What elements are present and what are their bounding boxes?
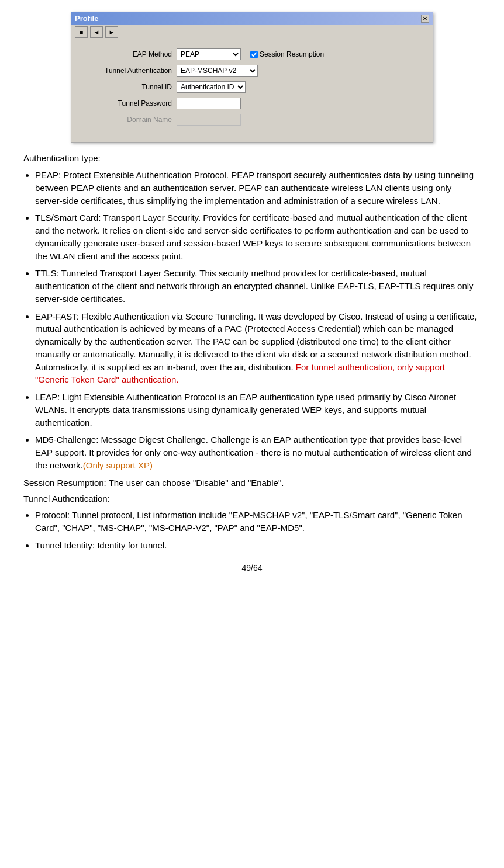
dialog-toolbar: ■ ◄ ► — [71, 25, 433, 40]
main-content: Authentication type: PEAP: Protect Exten… — [18, 153, 486, 572]
auth-type-list: PEAP: Protect Extensible Authentication … — [35, 169, 481, 472]
leap-text: LEAP: Light Extensible Authentication Pr… — [35, 392, 456, 428]
eap-method-select[interactable]: PEAP TLS TTLS EAP-FAST LEAP MD5-Challeng… — [177, 48, 241, 60]
session-resumption-text: Session Resumption — [260, 50, 324, 58]
dialog-wrapper: Profile ✕ ■ ◄ ► EAP Method PEAP TLS TTLS… — [18, 12, 486, 143]
tunnel-auth-select[interactable]: EAP-MSCHAP v2 EAP-TLS/Smart card Generic… — [177, 65, 258, 77]
protocol-text: Protocol: Tunnel protocol, List informat… — [35, 510, 462, 533]
list-item-protocol: Protocol: Tunnel protocol, List informat… — [35, 509, 481, 534]
domain-name-controls — [177, 114, 241, 126]
tunnel-id-select[interactable]: Authentication ID — [177, 81, 246, 93]
eap-method-row: EAP Method PEAP TLS TTLS EAP-FAST LEAP M… — [83, 48, 421, 60]
back-button[interactable]: ◄ — [90, 26, 103, 38]
session-resumption-para: Session Resumption: The user can choose … — [23, 477, 481, 489]
tls-text: TLS/Smart Card: Transport Layer Security… — [35, 213, 471, 261]
session-resumption-label[interactable]: Session Resumption — [250, 50, 324, 58]
dialog-titlebar: Profile ✕ — [71, 12, 433, 25]
dialog-title: Profile — [75, 14, 98, 23]
tunnel-identity-text: Tunnel Identity: Identity for tunnel. — [35, 540, 167, 550]
domain-name-row: Domain Name — [83, 114, 421, 126]
list-item-ttls: TTLS: Tunneled Transport Layer Security.… — [35, 267, 481, 305]
close-button[interactable]: ✕ — [421, 15, 429, 23]
page-footer: 49/64 — [23, 563, 481, 572]
list-item-leap: LEAP: Light Extensible Authentication Pr… — [35, 391, 481, 429]
list-item-eap-fast: EAP-FAST: Flexible Authentication via Se… — [35, 310, 481, 387]
list-item-tunnel-identity: Tunnel Identity: Identity for tunnel. — [35, 539, 481, 552]
list-item-md5: MD5-Challenge: Message Digest Challenge.… — [35, 433, 481, 471]
md5-highlight: (Only support XP) — [83, 460, 153, 470]
tunnel-password-label: Tunnel Password — [83, 99, 177, 107]
forward-button[interactable]: ► — [105, 26, 118, 38]
list-item-tls: TLS/Smart Card: Transport Layer Security… — [35, 211, 481, 262]
tunnel-id-row: Tunnel ID Authentication ID — [83, 81, 421, 93]
session-resumption-checkbox[interactable] — [250, 51, 258, 58]
dialog-body: EAP Method PEAP TLS TTLS EAP-FAST LEAP M… — [71, 40, 433, 142]
page-indicator: 49/64 — [241, 563, 262, 572]
list-item-peap: PEAP: Protect Extensible Authentication … — [35, 169, 481, 207]
tunnel-auth-row: Tunnel Authentication EAP-MSCHAP v2 EAP-… — [83, 65, 421, 77]
tunnel-auth-controls: EAP-MSCHAP v2 EAP-TLS/Smart card Generic… — [177, 65, 258, 77]
tunnel-auth-heading: Tunnel Authentication: — [23, 492, 481, 505]
auth-type-heading: Authentication type: — [23, 153, 481, 163]
domain-name-input — [177, 114, 241, 126]
tunnel-password-controls — [177, 98, 241, 109]
eap-method-controls: PEAP TLS TTLS EAP-FAST LEAP MD5-Challeng… — [177, 48, 324, 60]
tunnel-auth-label: Tunnel Authentication — [83, 67, 177, 75]
tunnel-password-input[interactable] — [177, 98, 241, 109]
tunnel-auth-list: Protocol: Tunnel protocol, List informat… — [35, 509, 481, 551]
profile-dialog: Profile ✕ ■ ◄ ► EAP Method PEAP TLS TTLS… — [71, 12, 433, 143]
tunnel-id-controls: Authentication ID — [177, 81, 246, 93]
tunnel-password-row: Tunnel Password — [83, 98, 421, 109]
eap-method-label: EAP Method — [83, 50, 177, 58]
ttls-text: TTLS: Tunneled Transport Layer Security.… — [35, 268, 474, 304]
tunnel-id-label: Tunnel ID — [83, 83, 177, 91]
dialog-titlebar-buttons: ✕ — [421, 15, 429, 23]
domain-name-label: Domain Name — [83, 116, 177, 124]
stop-button[interactable]: ■ — [75, 26, 88, 38]
peap-text: PEAP: Protect Extensible Authentication … — [35, 170, 474, 206]
